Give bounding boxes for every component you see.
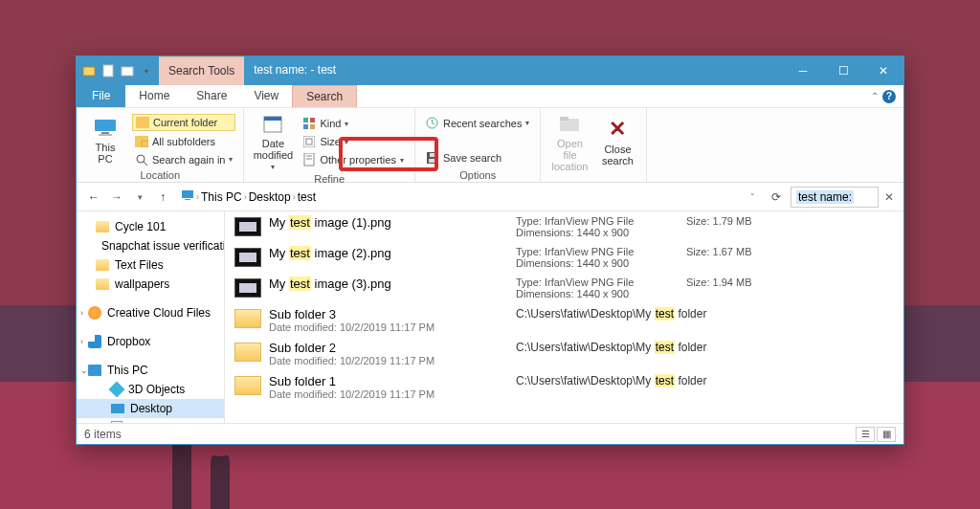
result-row[interactable]: Sub folder 3Date modified: 10/2/2019 11:… (225, 303, 903, 337)
explorer-window: ▾ Search Tools test name: - test ─ ☐ ✕ F… (76, 55, 904, 445)
result-path: C:\Users\fatiw\Desktop\My test folder (516, 374, 706, 387)
save-search-button[interactable]: Save search (423, 150, 533, 166)
qat-customize-icon[interactable]: ▾ (140, 64, 153, 77)
svg-rect-0 (83, 67, 95, 76)
nav-folder-cycle101[interactable]: Cycle 101 (77, 217, 224, 236)
back-button[interactable]: ← (84, 188, 103, 207)
size-icon (302, 135, 316, 148)
current-folder-button[interactable]: Current folder (132, 114, 235, 131)
image-thumb-icon (234, 278, 261, 298)
collapse-ribbon-icon[interactable]: ⌃ (871, 91, 879, 101)
svg-rect-6 (136, 117, 149, 128)
open-file-location-button[interactable]: Open file location (548, 112, 590, 172)
nav-dropbox[interactable]: ›Dropbox (77, 332, 224, 351)
minimize-button[interactable]: ─ (783, 56, 823, 85)
other-properties-button[interactable]: Other properties ▾ (300, 152, 406, 167)
this-pc-button[interactable]: This PC (84, 112, 126, 168)
result-size: Size: 1.79 MB (686, 215, 751, 227)
svg-rect-5 (99, 134, 112, 136)
result-row[interactable]: My test image (2).pngType: IrfanView PNG… (225, 242, 903, 273)
explorer-icon (82, 64, 96, 77)
close-button[interactable]: ✕ (863, 56, 903, 85)
search-again-in-button[interactable]: Search again in ▾ (132, 152, 235, 167)
status-bar: 6 items ☰ ▦ (77, 423, 903, 444)
thumbnails-view-button[interactable]: ▦ (877, 427, 896, 442)
nav-folder-textfiles[interactable]: Text Files (77, 255, 224, 275)
result-name: Sub folder 2 (269, 341, 508, 355)
date-modified-button[interactable]: Date modified▾ (252, 112, 294, 172)
tab-share[interactable]: Share (183, 85, 240, 107)
nav-creative-cloud[interactable]: ›Creative Cloud Files (77, 303, 224, 322)
address-bar: ← → ▾ ↑ › This PC › Desktop › test ˅ ⟳ t… (77, 183, 903, 211)
clear-search-button[interactable]: ✕ (882, 190, 896, 204)
nav-folder-wallpapers[interactable]: wallpapers (77, 275, 224, 294)
folder-thumb-icon (234, 343, 261, 362)
qat-properties-icon[interactable] (101, 64, 115, 77)
result-size: Size: 1.67 MB (686, 246, 751, 257)
ribbon-tabs: File Home Share View Search ⌃ ? (77, 85, 903, 108)
ribbon: This PC Current folder All subfolders Se… (77, 108, 903, 183)
breadcrumb[interactable]: › This PC › Desktop › test (176, 186, 739, 208)
nav-folder-snapchat[interactable]: Snapchat issue verification (77, 236, 224, 255)
monitor-icon (92, 116, 119, 139)
recent-locations-button[interactable]: ▾ (130, 188, 149, 207)
close-x-icon: ✕ (604, 118, 631, 141)
up-button[interactable]: ↑ (153, 188, 172, 207)
clock-icon (426, 117, 439, 130)
subfolders-icon (135, 135, 148, 148)
svg-rect-16 (310, 124, 315, 129)
kind-icon (302, 117, 316, 130)
svg-rect-17 (303, 136, 315, 147)
svg-rect-24 (429, 159, 436, 163)
tab-search[interactable]: Search (292, 85, 357, 107)
titlebar: ▾ Search Tools test name: - test ─ ☐ ✕ (77, 56, 903, 85)
recent-searches-button[interactable]: Recent searches ▾ (423, 116, 533, 131)
navigation-pane[interactable]: Cycle 101 Snapchat issue verification Te… (77, 211, 225, 423)
open-folder-icon (556, 112, 583, 135)
result-date: Date modified: 10/2/2019 11:17 PM (269, 355, 508, 366)
image-thumb-icon (234, 248, 261, 267)
save-icon (426, 151, 439, 165)
refresh-button[interactable]: ⟳ (766, 190, 787, 204)
all-subfolders-button[interactable]: All subfolders (132, 134, 235, 149)
group-refine-label: Refine (252, 172, 406, 185)
properties-icon (302, 153, 316, 166)
result-row[interactable]: Sub folder 2Date modified: 10/2/2019 11:… (225, 337, 903, 370)
svg-rect-3 (95, 120, 116, 131)
search-input[interactable]: test name: (791, 187, 879, 208)
help-icon[interactable]: ? (882, 90, 896, 103)
nav-this-pc[interactable]: ⌄This PC (77, 361, 224, 380)
maximize-button[interactable]: ☐ (823, 56, 863, 85)
contextual-tab-search-tools[interactable]: Search Tools (159, 56, 244, 85)
size-button[interactable]: Size ▾ (300, 134, 406, 149)
nav-desktop[interactable]: Desktop (77, 399, 224, 418)
result-path: C:\Users\fatiw\Desktop\My test folder (516, 341, 706, 354)
svg-rect-13 (303, 118, 308, 122)
search-icon (135, 153, 148, 166)
svg-point-9 (137, 155, 145, 163)
nav-3d-objects[interactable]: 3D Objects (77, 380, 224, 399)
svg-rect-12 (264, 117, 281, 121)
this-pc-label: This PC (96, 142, 116, 165)
chevron-down-icon: ▾ (229, 155, 233, 164)
tab-home[interactable]: Home (125, 85, 183, 107)
result-row[interactable]: My test image (3).pngType: IrfanView PNG… (225, 273, 903, 303)
folder-thumb-icon (234, 376, 261, 395)
window-title: test name: - test (244, 56, 783, 85)
addr-history-button[interactable]: ˅ (743, 188, 762, 207)
tab-file[interactable]: File (77, 85, 125, 107)
results-pane[interactable]: My test image (1).pngType: IrfanView PNG… (225, 211, 903, 423)
result-row[interactable]: My test image (1).pngType: IrfanView PNG… (225, 211, 903, 242)
result-date: Date modified: 10/2/2019 11:17 PM (269, 388, 508, 400)
qat-newfolder-icon[interactable] (121, 64, 134, 77)
tab-view[interactable]: View (240, 85, 292, 107)
result-name: Sub folder 3 (269, 307, 508, 321)
forward-button[interactable]: → (107, 188, 126, 207)
details-view-button[interactable]: ☰ (856, 427, 875, 442)
svg-line-10 (144, 162, 147, 166)
kind-button[interactable]: Kind ▾ (300, 116, 406, 131)
result-name: My test image (1).png (269, 215, 508, 230)
close-search-button[interactable]: ✕ Close search (596, 112, 638, 172)
result-path: C:\Users\fatiw\Desktop\My test folder (516, 307, 706, 321)
result-row[interactable]: Sub folder 1Date modified: 10/2/2019 11:… (225, 370, 903, 404)
